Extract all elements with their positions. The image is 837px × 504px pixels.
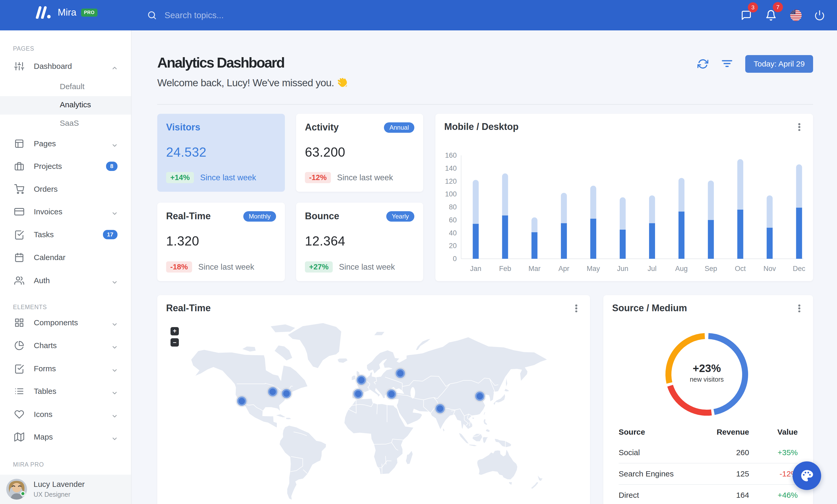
svg-text:Jun: Jun bbox=[617, 265, 628, 273]
svg-text:Feb: Feb bbox=[499, 265, 511, 273]
svg-text:60: 60 bbox=[449, 216, 457, 224]
svg-text:Aug: Aug bbox=[675, 265, 688, 273]
svg-text:Jan: Jan bbox=[470, 265, 481, 273]
svg-text:Mar: Mar bbox=[529, 265, 541, 273]
svg-text:120: 120 bbox=[445, 178, 457, 185]
svg-text:100: 100 bbox=[445, 190, 457, 198]
svg-text:May: May bbox=[587, 265, 600, 273]
svg-text:20: 20 bbox=[449, 242, 457, 250]
svg-text:Nov: Nov bbox=[763, 265, 776, 273]
svg-text:Sep: Sep bbox=[705, 265, 717, 273]
svg-text:160: 160 bbox=[445, 151, 457, 159]
svg-text:Oct: Oct bbox=[735, 265, 746, 273]
svg-text:80: 80 bbox=[449, 203, 457, 211]
svg-text:Apr: Apr bbox=[558, 265, 569, 273]
svg-text:140: 140 bbox=[445, 165, 457, 172]
svg-text:0: 0 bbox=[453, 255, 457, 263]
svg-text:Jul: Jul bbox=[647, 265, 657, 273]
svg-text:40: 40 bbox=[449, 229, 457, 237]
svg-text:Dec: Dec bbox=[793, 265, 805, 273]
